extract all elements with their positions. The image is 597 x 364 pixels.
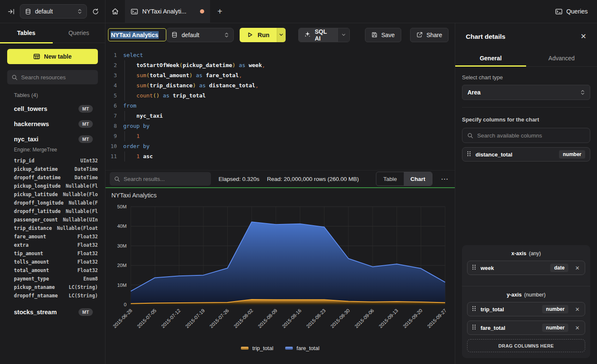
column-row: pickup_datetime DateTime bbox=[14, 165, 98, 173]
svg-text:2015-07-26: 2015-07-26 bbox=[209, 308, 230, 329]
area-chart: 2015-06-282015-07-052015-07-122015-07-19… bbox=[105, 188, 455, 364]
remove-icon[interactable]: ✕ bbox=[573, 265, 580, 271]
collapse-sidebar-icon[interactable] bbox=[8, 8, 15, 15]
resource-search-input[interactable] bbox=[21, 74, 94, 81]
query-tab[interactable]: NYTaxi Analyti... bbox=[125, 0, 210, 23]
save-button[interactable]: Save bbox=[365, 28, 401, 42]
column-type: Nullable(F bbox=[69, 200, 98, 206]
sql-console-app: default NYTaxi Analyti... + bbox=[0, 0, 597, 364]
table-grid-icon bbox=[33, 53, 40, 60]
svg-text:2015-08-16: 2015-08-16 bbox=[281, 308, 302, 329]
column-name: dropoff_longitude bbox=[14, 200, 64, 206]
svg-text:2015-08-02: 2015-08-02 bbox=[233, 308, 254, 329]
x-axis-section: x-axis(any) week date ✕ bbox=[462, 245, 590, 286]
column-chip-week[interactable]: week date ✕ bbox=[467, 261, 585, 275]
home-button[interactable] bbox=[105, 0, 125, 23]
sql-ai-button[interactable]: SQL AI bbox=[299, 28, 338, 42]
drag-handle-icon[interactable] bbox=[472, 324, 476, 332]
query-toolbar: NYTaxi Analytics default bbox=[105, 23, 455, 46]
columns-search[interactable] bbox=[462, 128, 590, 143]
new-tab-button[interactable]: + bbox=[210, 0, 230, 23]
refresh-icon[interactable] bbox=[92, 8, 99, 15]
engine-badge: MT bbox=[78, 308, 93, 316]
new-table-button[interactable]: New table bbox=[7, 49, 98, 64]
sidebar-tabs: Tables Queries bbox=[0, 23, 105, 43]
svg-text:2015-07-12: 2015-07-12 bbox=[160, 308, 181, 329]
column-chip-fare_total[interactable]: fare_total number ✕ bbox=[467, 321, 585, 335]
queries-button[interactable]: Queries bbox=[546, 0, 597, 23]
tab-queries[interactable]: Queries bbox=[53, 23, 105, 43]
svg-text:40M: 40M bbox=[117, 224, 127, 229]
run-label: Run bbox=[257, 32, 269, 38]
table-row[interactable]: hackernews MT bbox=[14, 119, 98, 129]
share-icon bbox=[416, 32, 423, 38]
remove-icon[interactable]: ✕ bbox=[573, 306, 580, 313]
chip-type-badge: number bbox=[559, 150, 585, 159]
tab-tables[interactable]: Tables bbox=[0, 23, 53, 43]
chevron-updown-icon bbox=[581, 89, 585, 95]
line-number: 11 bbox=[105, 151, 123, 162]
column-row: total_amount Float32 bbox=[14, 266, 98, 275]
chip-type-badge: number bbox=[542, 324, 568, 332]
results-search-input[interactable] bbox=[124, 176, 207, 182]
chart-type-select[interactable]: Area bbox=[462, 85, 590, 100]
table-row[interactable]: nyc_taxi MT bbox=[14, 134, 98, 144]
code-line: 6 from bbox=[105, 101, 455, 111]
chart-type-value: Area bbox=[467, 89, 481, 96]
toggle-table[interactable]: Table bbox=[376, 172, 403, 186]
table-name: hackernews bbox=[14, 121, 49, 127]
chart-type-label: Select chart type bbox=[462, 74, 590, 81]
column-name: dropoff_datetime bbox=[14, 175, 61, 181]
drag-handle-icon[interactable] bbox=[472, 264, 476, 272]
run-database-selector[interactable]: default bbox=[166, 28, 234, 42]
sql-editor[interactable]: 1 select 2 toStartOfWeek(pickup_datetime… bbox=[105, 46, 455, 170]
column-name: pickup_datetime bbox=[14, 166, 58, 172]
toggle-chart[interactable]: Chart bbox=[404, 172, 432, 186]
run-options-button[interactable] bbox=[277, 28, 286, 42]
line-number: 9 bbox=[105, 131, 123, 141]
drag-handle-icon[interactable] bbox=[472, 305, 476, 313]
column-name: pickup_longitude bbox=[14, 183, 61, 189]
chip-type-badge: date bbox=[550, 264, 568, 272]
columns-search-input[interactable] bbox=[477, 132, 585, 139]
svg-text:2015-08-09: 2015-08-09 bbox=[257, 308, 278, 329]
results-toolbar: Elapsed: 0.320s Read: 20,000,000 rows (2… bbox=[105, 170, 455, 187]
run-button[interactable]: Run bbox=[240, 28, 276, 42]
code-line: 1 select bbox=[105, 50, 455, 60]
sql-ai-label: SQL AI bbox=[315, 28, 332, 42]
table-row[interactable]: cell_towers MT bbox=[14, 104, 98, 113]
line-number: 5 bbox=[105, 91, 123, 101]
share-label: Share bbox=[427, 32, 442, 38]
column-chip-distance_total[interactable]: distance_total number bbox=[462, 147, 590, 162]
results-search[interactable] bbox=[110, 172, 211, 186]
column-name: trip_distance bbox=[14, 225, 52, 231]
column-name: tip_amount bbox=[14, 251, 43, 256]
resource-search[interactable] bbox=[7, 70, 98, 84]
tab-advanced[interactable]: Advanced bbox=[526, 50, 597, 66]
main-row: Tables Queries New table Tables bbox=[0, 23, 597, 364]
column-type: Float32 bbox=[78, 234, 98, 240]
database-icon bbox=[25, 8, 31, 15]
save-label: Save bbox=[381, 32, 395, 38]
database-name: default bbox=[181, 32, 221, 38]
table-row[interactable]: stocks_stream MT bbox=[14, 307, 98, 317]
drag-handle-icon[interactable] bbox=[467, 151, 471, 158]
code-line: 7 nyc_taxi bbox=[105, 111, 455, 121]
share-button[interactable]: Share bbox=[410, 28, 448, 42]
query-title-input[interactable]: NYTaxi Analytics bbox=[108, 28, 166, 41]
column-chip-trip_total[interactable]: trip_total number ✕ bbox=[467, 302, 585, 316]
query-tab-title: NYTaxi Analyti... bbox=[142, 8, 196, 15]
legend-item-fare_total[interactable]: fare_total bbox=[285, 345, 319, 351]
save-icon bbox=[371, 32, 378, 38]
sql-ai-options-button[interactable] bbox=[338, 28, 349, 42]
more-options-icon[interactable]: ⋯ bbox=[440, 175, 449, 183]
line-number: 1 bbox=[105, 50, 123, 60]
tab-general[interactable]: General bbox=[455, 50, 526, 66]
close-icon[interactable]: ✕ bbox=[581, 32, 586, 41]
chart-details-title: Chart details bbox=[466, 33, 505, 40]
drop-zone[interactable]: DRAG COLUMNS HERE bbox=[467, 339, 585, 352]
database-selector[interactable]: default bbox=[20, 4, 87, 19]
svg-text:2015-08-30: 2015-08-30 bbox=[330, 308, 351, 329]
legend-item-trip_total[interactable]: trip_total bbox=[241, 345, 273, 351]
remove-icon[interactable]: ✕ bbox=[573, 325, 580, 331]
